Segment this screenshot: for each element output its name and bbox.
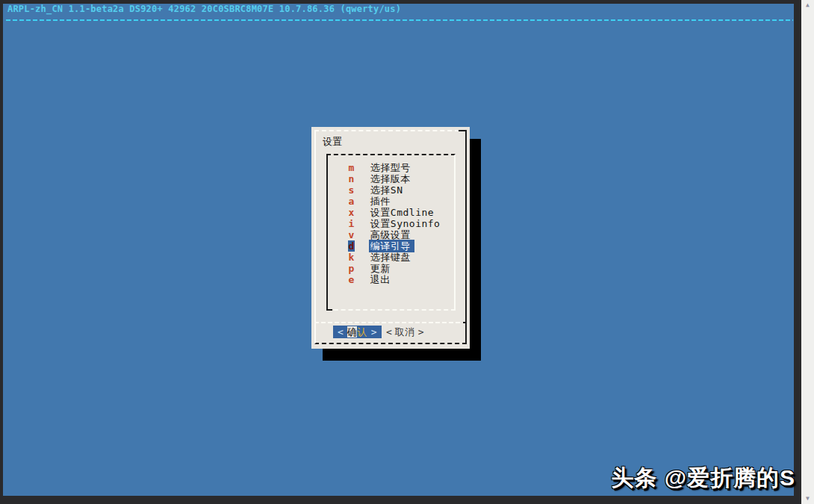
menu-item[interactable]: s 选择SN (328, 184, 454, 196)
scrollbar[interactable]: ▲ ▼ (801, 0, 814, 504)
menu-item-label: 设置Cmdline (370, 207, 434, 218)
ok-bracket-right: > (367, 326, 381, 337)
menu-item-label: 高级设置 (370, 229, 411, 240)
ok-label-hotkey-char: 认 (357, 326, 367, 337)
backtitle: ARPL-zh_CN 1.1-beta2a DS920+ 42962 20C0S… (7, 4, 401, 14)
cancel-label: 取消 (395, 326, 415, 337)
cancel-button[interactable]: <取消> (383, 326, 427, 338)
menu-list: m 选择型号 n 选择版本 s 选择SN a 插件 x 设置Cmdline i … (326, 154, 456, 311)
menu-item-label: 更新 (370, 263, 391, 274)
ok-label-cursor-char: 确 (347, 326, 358, 337)
window-frame-right (794, 0, 801, 504)
settings-dialog: 设置 m 选择型号 n 选择版本 s 选择SN a 插件 x 设置Cmdline… (311, 127, 470, 349)
toutiao-watermark: 头条 @爱折腾的S (611, 463, 795, 494)
menu-item-key: s (348, 184, 355, 196)
menu-item[interactable]: k 选择键盘 (328, 252, 454, 263)
terminal-screen: ARPL-zh_CN 1.1-beta2a DS920+ 42962 20C0S… (0, 0, 814, 504)
menu-item-key: m (348, 162, 355, 173)
ok-bracket-left: < (334, 326, 347, 337)
menu-item-label: 退出 (370, 274, 391, 285)
cancel-bracket-left: < (383, 326, 395, 337)
menu-item-key: k (348, 252, 355, 263)
menu-item-label: 选择键盘 (370, 252, 411, 263)
menu-item[interactable]: a 插件 (328, 196, 454, 207)
menu-item-key: n (348, 173, 355, 184)
menu-item-label: 选择版本 (370, 173, 411, 184)
menu-item-key: p (348, 263, 355, 274)
dialog-title: 设置 (323, 135, 342, 149)
menu-item-key: e (348, 274, 355, 285)
menu-item[interactable]: p 更新 (328, 263, 454, 274)
menu-item-label: 选择型号 (370, 162, 411, 173)
menu-item-label: 编译引导 (369, 240, 414, 252)
scrollbar-down-icon[interactable]: ▼ (801, 495, 814, 503)
menu-item[interactable]: e 退出 (328, 274, 454, 285)
menu-item[interactable]: m 选择型号 (328, 162, 454, 173)
backtitle-divider (6, 19, 793, 21)
menu-item[interactable]: n 选择版本 (328, 173, 454, 184)
menu-item[interactable]: i 设置Synoinfo (328, 218, 454, 229)
menu-item-key: i (348, 218, 355, 229)
window-frame-bottom (0, 496, 814, 504)
menu-item[interactable]: v 高级设置 (328, 229, 454, 240)
scrollbar-up-icon[interactable]: ▲ (801, 1, 814, 9)
cancel-bracket-right: > (415, 326, 427, 337)
menu-item-key: d (348, 240, 355, 252)
menu-item-key: x (348, 207, 355, 218)
menu-item-label: 插件 (370, 196, 391, 207)
menu-item-key: v (348, 229, 355, 240)
menu-item-label: 选择SN (370, 184, 403, 196)
ok-button[interactable]: <确认> (333, 326, 382, 338)
menu-item[interactable]: x 设置Cmdline (328, 207, 454, 218)
window-frame-left (0, 0, 3, 504)
window-frame-top (0, 0, 814, 4)
menu-item-label: 设置Synoinfo (370, 218, 441, 229)
menu-item[interactable]: d 编译引导 (328, 240, 454, 252)
menu-item-key: a (348, 196, 355, 207)
buttons-separator (314, 322, 467, 323)
